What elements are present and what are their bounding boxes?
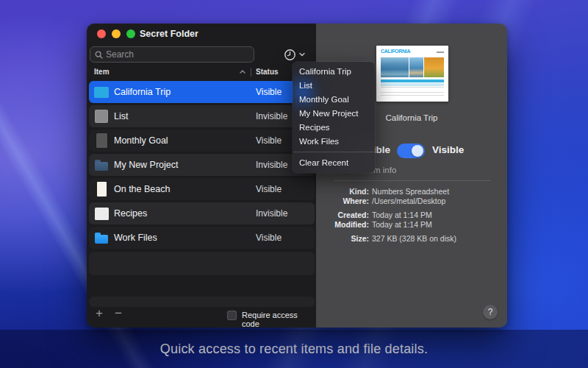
menu-separator — [293, 152, 374, 152]
table-header: Item Status — [87, 66, 316, 79]
info-row: Size:327 KB (328 KB on disk) — [316, 234, 500, 244]
table-row[interactable]: Monthly GoalVisible — [89, 130, 315, 152]
minimize-button[interactable] — [112, 29, 121, 38]
doc-photos-icon — [94, 84, 109, 100]
table-row[interactable]: Work FilesVisible — [89, 227, 315, 249]
item-name: My New Project — [114, 160, 179, 170]
table-row[interactable]: On the BeachVisible — [89, 178, 315, 200]
column-header-item[interactable]: Item — [94, 68, 110, 76]
item-name: California Trip — [114, 87, 171, 97]
info-label: Kind: — [316, 187, 369, 197]
empty-row-area — [89, 252, 315, 275]
menu-item[interactable]: My New Project — [293, 107, 375, 121]
preview-photos — [381, 57, 444, 77]
preview-spreadsheet-table — [381, 79, 444, 98]
clock-icon — [284, 49, 296, 61]
info-row: Kind:Numbers Spreadsheet — [316, 187, 500, 197]
list-footer: + − Require access code — [87, 305, 316, 328]
item-info: Kind:Numbers SpreadsheetWhere:/Users/met… — [316, 187, 500, 244]
recent-items-button[interactable] — [284, 46, 305, 63]
gray-square-icon — [94, 108, 109, 124]
visibility-toggle[interactable] — [397, 144, 425, 158]
folder-dark-icon — [94, 157, 109, 173]
help-button[interactable]: ? — [483, 305, 498, 319]
require-access-code-checkbox[interactable] — [227, 311, 237, 320]
item-name: On the Beach — [114, 184, 170, 194]
info-separator — [334, 180, 491, 181]
item-status: Visible — [256, 184, 282, 194]
item-name: List — [114, 111, 128, 121]
file-preview-thumbnail[interactable]: CALIFORNIA — [376, 46, 448, 102]
sort-ascending-icon — [240, 70, 245, 74]
caption-text: Quick access to recent items and file de… — [160, 342, 428, 357]
preview-photo-lighthouse — [409, 57, 423, 77]
menu-item[interactable]: List — [293, 79, 375, 93]
menu-item[interactable]: Work Files — [293, 135, 375, 149]
item-name: Recipes — [114, 208, 147, 219]
item-name: Monthly Goal — [114, 135, 168, 146]
info-label: Where: — [316, 197, 369, 206]
close-button[interactable] — [97, 29, 106, 38]
info-value: Numbers Spreadsheet — [372, 187, 449, 197]
preview-doc-badge — [437, 52, 444, 53]
preview-photo-poppies — [424, 57, 444, 77]
item-status: Visible — [256, 233, 282, 243]
chart-doc-icon — [94, 132, 109, 149]
remove-item-button[interactable]: − — [115, 306, 122, 321]
preview-photo-coast — [381, 57, 409, 77]
toggle-on-label: Visible — [432, 144, 464, 155]
preview-doc-title: CALIFORNIA — [381, 49, 410, 54]
item-status: Invisible — [256, 111, 287, 121]
menu-item[interactable]: Monthly Goal — [293, 93, 375, 107]
info-label: Modified: — [316, 220, 369, 230]
info-row: Created:Today at 1:14 PM — [316, 210, 500, 220]
toggle-knob — [412, 145, 423, 157]
info-row: Modified:Today at 1:14 PM — [316, 220, 500, 230]
item-status: Invisible — [256, 208, 287, 219]
info-label: Created: — [316, 210, 369, 220]
item-name: Work Files — [114, 233, 157, 243]
column-header-status[interactable]: Status — [256, 68, 279, 76]
search-input-wrap — [90, 46, 254, 63]
column-divider — [251, 68, 251, 77]
caption-band: Quick access to recent items and file de… — [0, 330, 588, 368]
menu-items-container: California TripListMonthly GoalMy New Pr… — [293, 65, 375, 149]
require-access-code-label: Require access code — [242, 311, 316, 328]
item-status: Visible — [256, 87, 282, 97]
add-item-button[interactable]: + — [96, 306, 103, 321]
info-value: Today at 1:14 PM — [372, 220, 432, 230]
search-input[interactable] — [106, 49, 249, 60]
table-row[interactable]: My New ProjectInvisible — [89, 154, 315, 176]
menu-item[interactable]: Recipes — [293, 121, 375, 135]
info-value: 327 KB (328 KB on disk) — [372, 234, 456, 244]
table-row[interactable]: RecipesInvisible — [89, 202, 315, 224]
titlebar: Secret Folder — [87, 24, 316, 44]
recent-items-menu: California TripListMonthly GoalMy New Pr… — [293, 62, 375, 173]
table-row[interactable]: ListInvisible — [89, 105, 315, 127]
photo-beach-icon — [94, 181, 109, 197]
chevron-down-icon — [299, 52, 305, 57]
window-title: Secret Folder — [140, 24, 198, 44]
item-list-panel: Secret Folder I — [87, 24, 316, 328]
table-row[interactable]: California TripVisible — [89, 81, 315, 103]
info-label: Size: — [316, 234, 369, 244]
item-status: Invisible — [256, 160, 287, 170]
info-row: Where:/Users/metal/Desktop — [316, 197, 500, 206]
info-value: Today at 1:14 PM — [372, 210, 432, 220]
zoom-button[interactable] — [126, 29, 135, 38]
item-status: Visible — [256, 135, 282, 146]
menu-item[interactable]: California Trip — [293, 65, 375, 79]
search-icon — [95, 51, 103, 59]
info-value: /Users/metal/Desktop — [372, 197, 445, 206]
item-list: California TripVisibleListInvisibleMonth… — [89, 81, 315, 251]
menu-item-clear-recent[interactable]: Clear Recent Items — [293, 156, 375, 170]
folder-blue-icon — [94, 230, 109, 246]
book-olive-icon — [94, 205, 109, 222]
